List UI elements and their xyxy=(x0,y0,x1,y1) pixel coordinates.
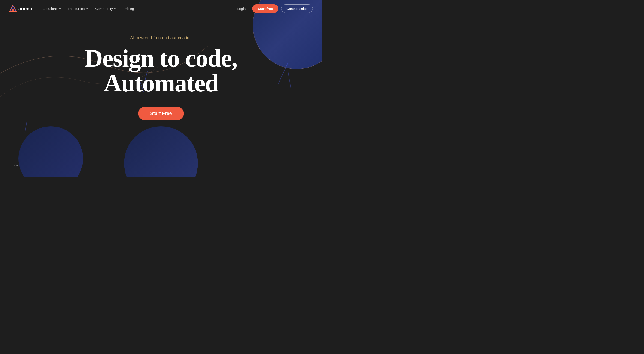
nav-item-resources[interactable]: Resources xyxy=(66,5,91,12)
logo-link[interactable]: anima xyxy=(9,5,32,12)
resources-label: Resources xyxy=(68,7,85,10)
svg-rect-2 xyxy=(12,9,14,11)
hero-title-line1: Design to code, xyxy=(85,46,237,71)
logo-icon xyxy=(9,5,16,12)
dash-mark: - xyxy=(14,164,16,167)
nav-item-community[interactable]: Community xyxy=(92,5,119,12)
hero-section: AI powered frontend automation Design to… xyxy=(0,17,322,120)
start-free-nav-button[interactable]: Start free xyxy=(252,4,278,13)
hero-title: Design to code, Automated xyxy=(85,46,237,96)
nav-item-solutions[interactable]: Solutions xyxy=(40,5,64,12)
navbar: anima Solutions Resources Community xyxy=(0,0,322,17)
bg-circle-bottom-left xyxy=(18,126,83,177)
navbar-right: Login Start free Contact sales xyxy=(234,4,313,13)
navbar-left: anima Solutions Resources Community xyxy=(9,5,137,12)
hero-title-line2: Automated xyxy=(85,71,237,96)
login-button[interactable]: Login xyxy=(234,5,250,12)
community-chevron xyxy=(114,7,116,10)
hero-tagline: AI powered frontend automation xyxy=(130,35,192,40)
accent-line-bottom-left xyxy=(24,119,27,132)
bg-circle-bottom-center xyxy=(124,126,198,177)
community-label: Community xyxy=(95,7,113,10)
pricing-label: Pricing xyxy=(124,7,134,10)
nav-item-pricing[interactable]: Pricing xyxy=(121,5,137,12)
bottom-left-marks: - + xyxy=(14,164,18,167)
solutions-chevron xyxy=(58,7,61,10)
solutions-label: Solutions xyxy=(43,7,58,10)
hero-start-free-button[interactable]: Start Free xyxy=(138,107,184,120)
contact-sales-button[interactable]: Contact sales xyxy=(281,4,313,13)
plus-mark: + xyxy=(16,164,18,167)
resources-chevron xyxy=(86,7,88,10)
logo-text: anima xyxy=(18,6,32,11)
nav-links: Solutions Resources Community Pricing xyxy=(40,5,137,12)
